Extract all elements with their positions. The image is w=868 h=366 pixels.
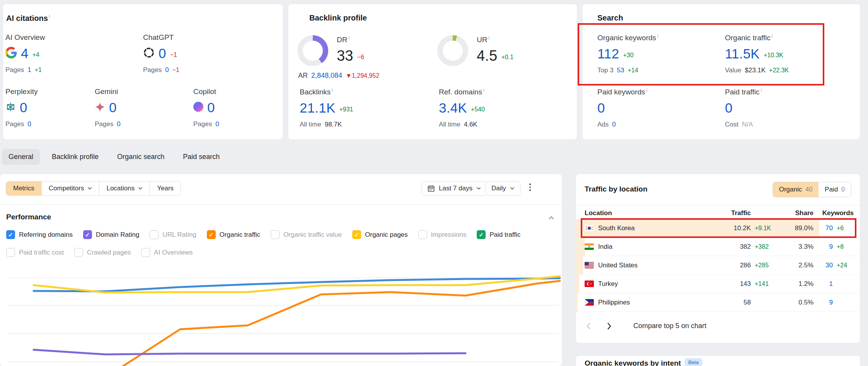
location-row[interactable]: Philippines 58 0.5% 9	[576, 293, 860, 312]
location-row[interactable]: United States 286 +285 2.5% 30 +24	[576, 256, 860, 275]
ai-citations-delta: −1	[170, 51, 177, 58]
dr-label: DRi	[337, 35, 364, 44]
competitors-dropdown[interactable]: Competitors	[41, 181, 99, 195]
years-button[interactable]: Years	[150, 181, 181, 195]
metric-checkbox[interactable]: ✓ Organic traffic	[207, 230, 261, 239]
checkbox-icon	[418, 230, 427, 239]
ur-label: URi	[477, 35, 513, 44]
tab-organic-search[interactable]: Organic search	[111, 149, 171, 165]
metric-checkbox[interactable]: ✓ Referring domains	[6, 230, 73, 239]
organic-keywords-delta: +30	[623, 52, 633, 59]
next-page-chevron-icon[interactable]	[607, 322, 612, 330]
prev-page-chevron-icon[interactable]	[586, 322, 591, 330]
metric-checkbox[interactable]: AI Overviews	[141, 248, 193, 257]
location-row[interactable]: South Korea 10.2K +9.1K 89.0% 70 +6	[576, 219, 860, 238]
metric-checkbox[interactable]: URL Rating	[150, 230, 196, 239]
metric-checkbox-row-1: ✓ Referring domains ✓ Domain Rating URL …	[6, 230, 520, 239]
keywords-value[interactable]: 1	[813, 280, 833, 288]
organic-toggle-button[interactable]: Organic 40	[773, 182, 819, 197]
share-bar	[576, 275, 579, 293]
backlinks-value[interactable]: 21.1K	[300, 100, 335, 116]
location-name: Philippines	[598, 299, 630, 306]
chevron-down-icon	[476, 187, 481, 190]
metric-checkbox[interactable]: Organic traffic value	[271, 230, 342, 239]
organic-keywords-value[interactable]: 112	[597, 46, 619, 62]
granularity-button[interactable]: Daily	[486, 181, 520, 196]
info-icon[interactable]: i	[49, 14, 50, 19]
metric-checkbox[interactable]: Crawled pages	[74, 248, 131, 257]
location-row[interactable]: Turkey 143 +141 1.2% 1	[576, 275, 860, 293]
keywords-value[interactable]: 30	[813, 262, 833, 269]
ar-delta: ▼1,294,952	[346, 72, 379, 79]
metrics-button[interactable]: Metrics	[6, 181, 41, 195]
info-icon[interactable]: i	[488, 35, 489, 41]
info-icon[interactable]: i	[761, 87, 762, 93]
location-header: Location	[585, 209, 714, 217]
locations-dropdown[interactable]: Locations	[99, 181, 150, 195]
paid-traffic-value[interactable]: 0	[725, 100, 733, 116]
checkbox-label: Impressions	[431, 231, 467, 239]
info-icon[interactable]: i	[646, 87, 648, 93]
keywords-value[interactable]: 9	[813, 243, 833, 251]
location-name: Turkey	[598, 280, 618, 288]
traffic-header: Traffic	[714, 209, 751, 217]
ai-citations-value[interactable]: 0	[159, 46, 166, 61]
organic-traffic-metric: Organic traffici 11.5K +10.3K Value $23.…	[725, 33, 789, 74]
checkbox-icon: ✓	[477, 230, 486, 239]
share-value: 0.5%	[778, 299, 813, 306]
view-segmented-control: Metrics Competitors Locations Years	[6, 181, 181, 196]
paid-keywords-value[interactable]: 0	[597, 100, 605, 116]
location-row[interactable]: India 382 +382 3.3% 9 +8	[576, 238, 860, 256]
tab-paid-search[interactable]: Paid search	[176, 149, 226, 165]
keywords-value[interactable]: 9	[813, 299, 833, 306]
info-icon[interactable]: i	[483, 87, 484, 93]
ai-citations-value[interactable]: 0	[20, 100, 27, 115]
info-icon[interactable]: i	[657, 33, 658, 39]
info-icon[interactable]: i	[348, 35, 350, 41]
ai-citations-value[interactable]: 0	[207, 100, 215, 115]
keywords-value[interactable]: 70	[813, 224, 833, 232]
info-icon[interactable]: i	[772, 33, 773, 39]
performance-line-chart	[0, 262, 562, 366]
traffic-value: 143	[714, 280, 751, 288]
organic-traffic-delta: +10.3K	[764, 52, 783, 59]
ai-citations-value[interactable]: 4	[21, 46, 29, 61]
cost-row: Cost N/A	[725, 121, 762, 128]
ai-citation-item: Copilot 0 Pages0	[193, 87, 223, 128]
metric-checkbox[interactable]: Impressions	[418, 230, 467, 239]
ar-value[interactable]: 2,848,084	[311, 72, 342, 80]
metric-checkbox[interactable]: ✓ Paid traffic	[477, 230, 520, 239]
tab-general[interactable]: General	[2, 149, 40, 165]
checkbox-icon: ✓	[352, 230, 361, 239]
traffic-value: 10.2K	[714, 224, 751, 232]
compare-top5-link[interactable]: Compare top 5 on chart	[633, 322, 706, 330]
tab-backlink-profile[interactable]: Backlink profile	[45, 149, 105, 165]
metric-checkbox[interactable]: ✓ Domain Rating	[83, 230, 139, 239]
granularity-label: Daily	[491, 185, 506, 192]
date-range-button[interactable]: Last 7 days	[421, 181, 487, 196]
more-options-kebab-icon[interactable]	[527, 183, 534, 191]
paid-toggle-button[interactable]: Paid 0	[819, 182, 851, 197]
backlinks-label: Backlinksi	[300, 87, 353, 96]
location-pager: Compare top 5 on chart	[586, 322, 706, 330]
collapse-chevron-up-icon[interactable]	[548, 214, 554, 221]
ai-citations-value[interactable]: 0	[109, 100, 117, 115]
info-icon[interactable]: i	[332, 87, 333, 93]
metric-checkbox[interactable]: ✓ Organic pages	[352, 230, 408, 239]
ref-domains-value[interactable]: 3.4K	[439, 100, 467, 116]
chevron-down-icon	[510, 187, 515, 190]
organic-traffic-value[interactable]: 11.5K	[725, 46, 760, 62]
share-value: 3.3%	[778, 243, 813, 251]
metric-checkbox[interactable]: Paid traffic cost	[6, 248, 64, 257]
checkbox-icon	[141, 248, 150, 257]
gemini-icon	[95, 102, 105, 112]
checkbox-label: Organic traffic value	[283, 231, 342, 239]
ur-donut-chart	[437, 35, 468, 66]
paid-keywords-metric: Paid keywordsi 0 Ads 0	[597, 87, 647, 128]
dr-donut-chart	[297, 35, 328, 66]
ai-pages-row: Pages0	[193, 120, 223, 128]
ai-citations-title-text: AI citations	[6, 14, 48, 22]
chart-line-referring-domains	[34, 278, 560, 291]
top3-value[interactable]: 53	[617, 67, 624, 74]
location-name: South Korea	[598, 224, 635, 232]
